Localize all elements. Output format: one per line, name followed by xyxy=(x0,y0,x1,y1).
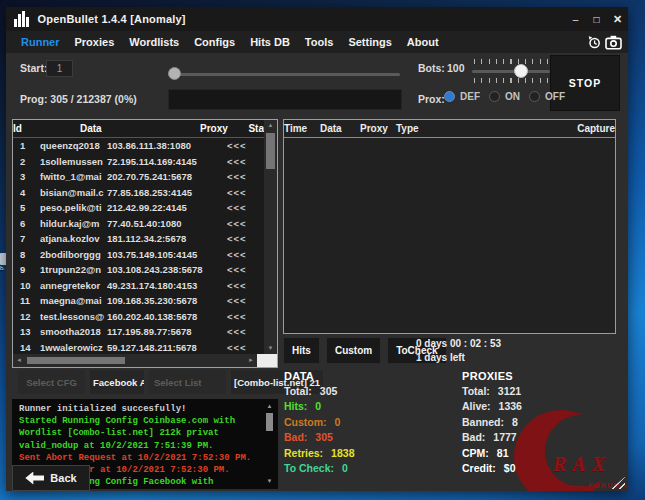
cell-proxy: 212.42.99.22:4145 xyxy=(107,202,227,213)
log-line: Sent Abort Request at 10/2/2021 7:52:30 … xyxy=(19,452,262,464)
cell-id: 3 xyxy=(13,171,40,182)
slider-thumb[interactable] xyxy=(168,67,181,80)
config-bar-button[interactable]: Select CFG xyxy=(18,370,85,394)
config-bar-button[interactable]: Facebook API xyxy=(90,370,144,394)
minimize-button[interactable]: – xyxy=(565,7,586,31)
bots-slider[interactable] xyxy=(472,59,550,85)
resize-grip[interactable] xyxy=(611,477,625,489)
back-button[interactable]: Back xyxy=(12,465,90,491)
cell-status: <<< xyxy=(227,218,264,229)
table-row[interactable]: 13 smootha2018 117.195.89.77:5678 <<< xyxy=(13,324,264,340)
cell-status: <<< xyxy=(227,280,264,291)
bots-label: Bots: xyxy=(418,62,445,74)
openbullet-window: OpenBullet 1.4.4 [Anomaly] – □ ✕ Runner … xyxy=(6,7,628,491)
stat-row: Bad: 305 xyxy=(284,430,354,445)
cell-id: 6 xyxy=(13,218,40,229)
column-header[interactable]: Sta xyxy=(248,123,264,134)
column-header[interactable]: Time xyxy=(284,123,320,134)
column-header[interactable]: Proxy xyxy=(360,123,396,134)
cell-id: 9 xyxy=(13,264,40,275)
table-row[interactable]: 2 1sollemussen 72.195.114.169:4145 <<< xyxy=(13,154,264,170)
menu-item[interactable]: Configs xyxy=(194,36,235,48)
scroll-up-icon[interactable]: ▲ xyxy=(264,402,275,411)
proxy-mode-option[interactable]: DEF xyxy=(444,91,480,102)
table-row[interactable]: 3 fwitto_1@mai 202.70.75.241:5678 <<< xyxy=(13,169,264,185)
menu-item[interactable]: Settings xyxy=(348,36,391,48)
result-tab[interactable]: Custom xyxy=(326,337,381,364)
column-header[interactable]: Capture xyxy=(577,123,615,134)
stat-row: CPM: 81 xyxy=(462,446,522,461)
radio-button[interactable] xyxy=(444,91,455,102)
stat-label: Alive: xyxy=(462,399,491,414)
stat-row: Total: 3121 xyxy=(462,384,522,399)
scroll-down-icon[interactable]: ▼ xyxy=(264,477,275,486)
table-row[interactable]: 8 2bodilborggg 103.75.149.105:4145 <<< xyxy=(13,247,264,263)
radio-button[interactable] xyxy=(489,91,500,102)
column-header[interactable]: Data xyxy=(80,123,200,134)
stat-value: 0 xyxy=(335,415,341,430)
slider-thumb[interactable] xyxy=(514,64,528,78)
crax-crescent-icon xyxy=(506,405,628,491)
scrollbar-thumb[interactable] xyxy=(266,413,273,431)
scroll-right-icon[interactable]: ► xyxy=(245,354,257,367)
table-row[interactable]: 11 maegna@mai 109.168.35.230:5678 <<< xyxy=(13,293,264,309)
stop-button[interactable]: STOP xyxy=(550,55,620,111)
table-row[interactable]: 1 queenzq2018 103.86.111.38:1080 <<< xyxy=(13,138,264,154)
scrollbar-thumb[interactable] xyxy=(27,357,125,364)
table-row[interactable]: 4 bisian@mail.c 77.85.168.253:4145 <<< xyxy=(13,185,264,201)
table-row[interactable]: 9 1trupun22@n 103.108.243.238:5678 <<< xyxy=(13,262,264,278)
table-row[interactable]: 10 annegretekor 49.231.174.180:4153 <<< xyxy=(13,278,264,294)
cell-status: <<< xyxy=(227,187,264,198)
horizontal-scrollbar[interactable]: ◄ ► xyxy=(13,354,257,367)
table-row[interactable]: 12 test.lessons@ 160.202.40.138:5678 <<< xyxy=(13,309,264,325)
vertical-scrollbar[interactable]: ▲ ▼ xyxy=(264,120,277,354)
cell-proxy: 103.75.149.105:4145 xyxy=(107,249,227,260)
table-row[interactable]: 5 peso.pelik@ti 212.42.99.22:4145 <<< xyxy=(13,200,264,216)
cell-data: smootha2018 xyxy=(40,326,107,337)
table-row[interactable]: 7 atjana.kozlov 181.112.34.2:5678 <<< xyxy=(13,231,264,247)
log-scrollbar[interactable]: ▲ ▼ xyxy=(264,402,275,486)
column-header[interactable]: Type xyxy=(396,123,577,134)
radio-button[interactable] xyxy=(529,91,540,102)
slider-track xyxy=(168,73,400,76)
stat-label: Hits: xyxy=(284,399,307,414)
menu-item[interactable]: Runner xyxy=(21,36,60,48)
maximize-button[interactable]: □ xyxy=(586,7,607,31)
menu-item[interactable]: About xyxy=(407,36,439,48)
column-header[interactable]: Id xyxy=(13,123,80,134)
radio-label: DEF xyxy=(460,91,480,102)
menu-item[interactable]: Wordlists xyxy=(129,36,179,48)
proxy-mode-option[interactable]: ON xyxy=(489,91,520,102)
proxy-mode-option[interactable]: OFF xyxy=(529,91,565,102)
cell-status: <<< xyxy=(227,342,264,353)
runner-toolbar: Start: Bots: 100 STOP Prog: 305 / 212387… xyxy=(6,53,628,115)
screenshot-camera-icon[interactable] xyxy=(605,35,622,50)
debugger-history-icon[interactable] xyxy=(586,34,602,50)
wordlist-position-slider[interactable] xyxy=(168,67,400,81)
close-button[interactable]: ✕ xyxy=(607,7,628,31)
cell-data: annegretekor xyxy=(40,280,107,291)
config-bar-button[interactable]: Select List xyxy=(149,370,226,394)
menu-item[interactable]: Hits DB xyxy=(250,36,290,48)
column-header[interactable]: Proxy xyxy=(200,123,248,134)
results-table-header: TimeDataProxyTypeCapture xyxy=(284,120,615,138)
table-row[interactable]: 6 hildur.kaj@m 77.40.51.40:1080 <<< xyxy=(13,216,264,232)
log-line: Runner initialized succesfully! xyxy=(19,403,262,415)
title-bar[interactable]: OpenBullet 1.4.4 [Anomaly] – □ ✕ xyxy=(6,7,628,31)
cell-id: 11 xyxy=(13,295,40,306)
scroll-down-icon[interactable]: ▼ xyxy=(264,343,277,354)
menu-item[interactable]: Tools xyxy=(305,36,334,48)
table-row[interactable]: 14 1wwalerowicz 59.127.148.211:5678 <<< xyxy=(13,340,264,355)
stat-row: Banned: 8 xyxy=(462,415,522,430)
menu-item[interactable]: Proxies xyxy=(75,36,115,48)
scrollbar-thumb[interactable] xyxy=(266,133,275,169)
column-header[interactable]: Data xyxy=(320,123,360,134)
cell-data: test.lessons@ xyxy=(40,311,107,322)
scroll-up-icon[interactable]: ▲ xyxy=(264,120,277,131)
scroll-left-icon[interactable]: ◄ xyxy=(13,354,25,367)
result-tab[interactable]: Hits xyxy=(283,337,320,364)
data-stats: DATA Total: 305 Hits: 0 Custom: 0 xyxy=(284,368,354,476)
remaining-time: 1 days left xyxy=(416,351,501,365)
cell-status: <<< xyxy=(227,264,264,275)
start-input[interactable] xyxy=(46,60,73,77)
